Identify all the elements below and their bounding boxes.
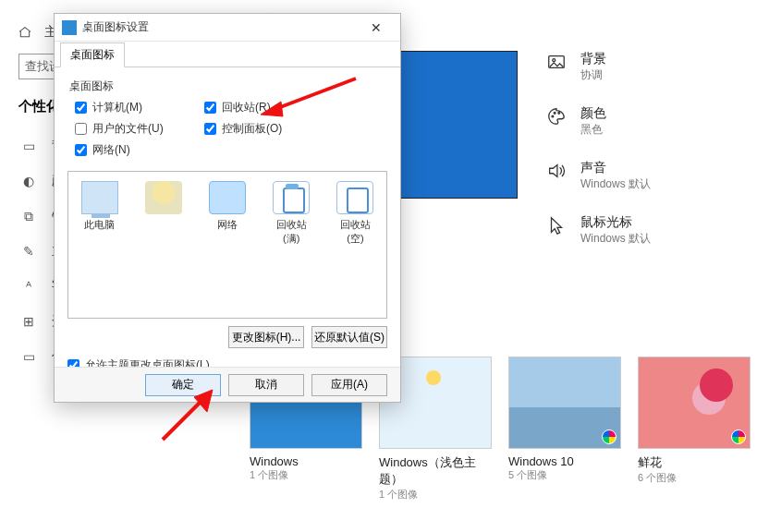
theme-thumb xyxy=(638,357,751,449)
desktop-icon-settings-dialog: 桌面图标设置 ✕ 桌面图标 桌面图标 计算机(M) 回收站(R) 用户的文件(U… xyxy=(54,13,401,403)
icon-recycle-full[interactable]: 回收站(满) xyxy=(268,181,315,246)
icon-network[interactable]: 网络 xyxy=(203,181,250,232)
multi-image-badge-icon xyxy=(731,429,746,444)
svg-point-3 xyxy=(554,112,555,114)
option-color[interactable]: 颜色黑色 xyxy=(545,105,651,138)
theme-options: 背景协调 颜色黑色 声音Windows 默认 鼠标光标Windows 默认 xyxy=(545,51,651,247)
theme-image-count: 5 个图像 xyxy=(508,468,621,482)
icon-recycle-empty[interactable]: 回收站(空) xyxy=(332,181,379,246)
theme-name: Windows 10 xyxy=(508,454,621,468)
theme-card-flower[interactable]: 鲜花6 个图像 xyxy=(638,357,751,502)
cursor-icon xyxy=(545,214,568,236)
home-icon xyxy=(17,24,33,41)
svg-point-4 xyxy=(558,112,560,114)
restore-defaults-button[interactable]: 还原默认值(S) xyxy=(311,326,387,348)
dialog-footer: 确定 取消 应用(A) xyxy=(55,367,400,402)
theme-image-count: 6 个图像 xyxy=(638,471,751,485)
multi-image-badge-icon xyxy=(602,429,616,444)
theme-name: Windows（浅色主题） xyxy=(379,454,492,488)
icon-this-pc[interactable]: 此电脑 xyxy=(76,181,123,232)
nav-icon: ⧉ xyxy=(20,209,37,224)
nav-icon: ▭ xyxy=(20,349,37,364)
sound-icon xyxy=(545,160,568,182)
apply-button[interactable]: 应用(A) xyxy=(311,374,387,396)
svg-point-1 xyxy=(553,59,555,62)
icon-preview-box: 此电脑 网络 回收站(满) 回收站(空) xyxy=(67,171,387,319)
option-cursor[interactable]: 鼠标光标Windows 默认 xyxy=(545,214,651,247)
cancel-button[interactable]: 取消 xyxy=(228,374,304,396)
check-recycle[interactable]: 回收站(R) xyxy=(204,100,334,115)
theme-name: 鲜花 xyxy=(638,454,751,471)
option-background[interactable]: 背景协调 xyxy=(545,51,651,83)
nav-icon: ▭ xyxy=(20,139,37,153)
check-computer[interactable]: 计算机(M) xyxy=(75,100,204,115)
icon-user[interactable] xyxy=(140,181,187,229)
dialog-titlebar[interactable]: 桌面图标设置 ✕ xyxy=(55,14,400,42)
palette-icon xyxy=(545,105,568,127)
check-control-panel[interactable]: 控制面板(O) xyxy=(204,121,334,137)
dialog-title: 桌面图标设置 xyxy=(82,19,360,35)
nav-icon: ⊞ xyxy=(20,314,37,329)
nav-icon: ᴬ xyxy=(20,279,37,294)
group-label: 桌面图标 xyxy=(69,79,387,94)
option-sound[interactable]: 声音Windows 默认 xyxy=(545,160,651,192)
theme-card-w10[interactable]: Windows 105 个图像 xyxy=(508,357,621,502)
svg-point-2 xyxy=(552,115,554,117)
dialog-tabstrip: 桌面图标 xyxy=(55,42,400,67)
change-icon-button[interactable]: 更改图标(H)... xyxy=(228,326,304,348)
theme-image-count: 1 个图像 xyxy=(379,488,492,502)
tab-desktop-icons[interactable]: 桌面图标 xyxy=(60,42,125,67)
close-button[interactable]: ✕ xyxy=(360,15,393,41)
dialog-app-icon xyxy=(62,20,77,35)
nav-icon: ✎ xyxy=(20,244,37,259)
check-user-docs[interactable]: 用户的文件(U) xyxy=(75,121,204,137)
check-network[interactable]: 网络(N) xyxy=(75,142,204,158)
ok-button[interactable]: 确定 xyxy=(145,374,221,396)
theme-thumb xyxy=(508,357,621,449)
theme-image-count: 1 个图像 xyxy=(250,468,362,482)
nav-icon: ◐ xyxy=(20,174,37,188)
picture-icon xyxy=(545,51,568,73)
theme-name: Windows xyxy=(250,454,362,468)
